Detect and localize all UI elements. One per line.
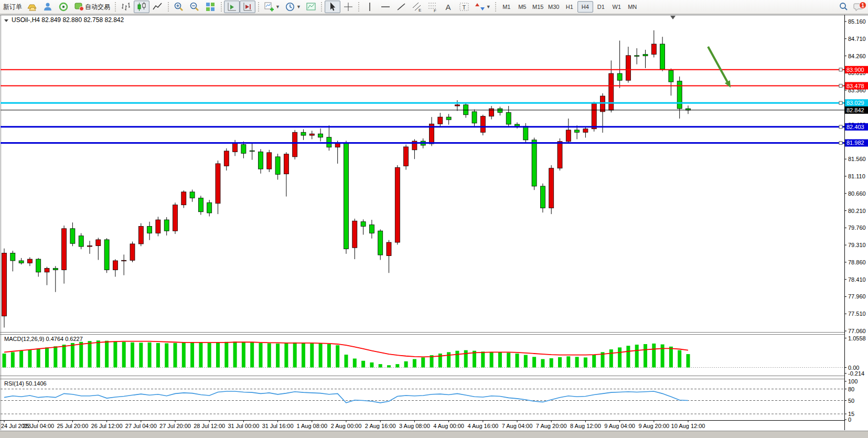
autotrade-button[interactable]: 自动交易 bbox=[71, 1, 112, 13]
time-tick-label: 8 Aug 12:00 bbox=[570, 423, 601, 429]
auto-scroll-button[interactable] bbox=[224, 1, 240, 13]
svg-text:T: T bbox=[462, 4, 466, 10]
macd-bar bbox=[105, 341, 109, 368]
time-tick-label: 27 Jul 04:00 bbox=[125, 423, 157, 429]
rsi-axis-label: 100 bbox=[848, 378, 858, 384]
chart-shift-icon bbox=[242, 1, 253, 13]
macd-bar bbox=[327, 344, 331, 368]
macd-bar bbox=[113, 341, 117, 368]
text-button[interactable]: A bbox=[441, 1, 456, 13]
period-icon bbox=[284, 1, 296, 13]
timeframe-mn[interactable]: MN bbox=[625, 1, 640, 13]
candle-body bbox=[609, 73, 614, 110]
timeframe-h1[interactable]: H1 bbox=[562, 1, 577, 13]
cursor-button[interactable] bbox=[325, 1, 340, 13]
time-tick-label: 7 Aug 20:00 bbox=[536, 423, 567, 429]
template-button[interactable] bbox=[303, 1, 319, 13]
window-bottom-strip bbox=[0, 431, 868, 438]
candle-body bbox=[395, 167, 400, 242]
rsi-axis-label: 50 bbox=[848, 398, 854, 404]
tile-windows-icon bbox=[205, 1, 216, 13]
candlestick-chart-button[interactable] bbox=[134, 1, 149, 13]
new-order-button[interactable]: 新订单 bbox=[1, 1, 24, 13]
line-handle[interactable] bbox=[839, 68, 842, 71]
candle-body bbox=[10, 253, 15, 261]
time-tick-label: 9 Aug 04:00 bbox=[604, 423, 635, 429]
candle-body bbox=[284, 154, 288, 174]
candle-body bbox=[309, 134, 314, 135]
macd-bar bbox=[345, 355, 348, 367]
line-handle[interactable] bbox=[839, 84, 842, 88]
timeframe-m15[interactable]: M15 bbox=[530, 1, 546, 13]
crosshair-button[interactable] bbox=[340, 1, 356, 13]
macd-bar bbox=[592, 355, 596, 368]
notifications-button[interactable]: 1 bbox=[851, 1, 867, 13]
candle-body bbox=[259, 152, 263, 169]
channel-button[interactable]: E bbox=[409, 1, 425, 13]
trendline-icon bbox=[395, 1, 407, 13]
macd-bar bbox=[661, 345, 665, 368]
candle-body bbox=[404, 147, 409, 166]
trendline-button[interactable] bbox=[393, 1, 409, 13]
candle-body bbox=[190, 192, 195, 198]
line-handle[interactable] bbox=[839, 101, 842, 104]
candle-body bbox=[575, 130, 580, 132]
timeframe-m5[interactable]: M5 bbox=[515, 1, 530, 13]
community-button[interactable] bbox=[40, 1, 56, 13]
chart-shift-button[interactable] bbox=[240, 1, 255, 13]
time-tick-label: 3 Aug 08:00 bbox=[399, 423, 430, 429]
macd-bar bbox=[28, 350, 31, 368]
vertical-line-button[interactable] bbox=[362, 1, 378, 13]
signal-button[interactable] bbox=[56, 1, 71, 13]
search-button[interactable] bbox=[835, 1, 851, 13]
main-toolbar: 新订单 自动交易 ▼ ▼ E F A T ▼ M1M5M15M30H1H4D1W… bbox=[0, 0, 868, 14]
macd-bar bbox=[353, 359, 357, 368]
zoom-out-button[interactable] bbox=[187, 1, 202, 13]
candle-body bbox=[122, 260, 126, 261]
crosshair-icon bbox=[342, 1, 354, 13]
time-tick-label: 26 Jul 12:00 bbox=[91, 423, 123, 429]
arrow-shapes-button[interactable]: ▼ bbox=[472, 1, 493, 13]
chart-window[interactable]: 85.16084.71084.26083.81083.36082.91082.4… bbox=[0, 15, 868, 438]
timeframe-d1[interactable]: D1 bbox=[593, 1, 609, 13]
timeframe-m30[interactable]: M30 bbox=[546, 1, 562, 13]
macd-bar bbox=[532, 357, 536, 367]
tile-windows-button[interactable] bbox=[202, 1, 218, 13]
price-chart[interactable]: 85.16084.71084.26083.81083.36082.91082.4… bbox=[0, 15, 868, 438]
price-line-tag-label: 82.403 bbox=[846, 124, 864, 130]
zoom-in-button[interactable] bbox=[171, 1, 187, 13]
timeframe-m1[interactable]: M1 bbox=[499, 1, 515, 13]
line-handle[interactable] bbox=[839, 125, 842, 129]
macd-bar bbox=[455, 351, 459, 368]
add-indicator-button[interactable]: ▼ bbox=[261, 1, 282, 13]
channel-icon: E bbox=[411, 1, 423, 13]
candle-body bbox=[62, 229, 67, 270]
macd-bar bbox=[233, 341, 237, 367]
timeframe-group: M1M5M15M30H1H4D1W1MN bbox=[499, 1, 640, 13]
text-label-button[interactable]: T bbox=[456, 1, 472, 13]
time-tick-label: 31 Jul 16:00 bbox=[262, 423, 294, 429]
candle-body bbox=[27, 259, 32, 263]
svg-text:A: A bbox=[445, 3, 451, 12]
line-handle[interactable] bbox=[839, 141, 842, 144]
candle-body bbox=[216, 164, 220, 204]
period-dropdown-button[interactable]: ▼ bbox=[282, 1, 303, 13]
candle-body bbox=[369, 225, 374, 233]
macd-bar bbox=[379, 364, 382, 367]
macd-bar bbox=[208, 343, 211, 368]
candle-body bbox=[2, 253, 7, 316]
timeframe-h4[interactable]: H4 bbox=[577, 1, 593, 13]
candle-body bbox=[164, 220, 169, 231]
bar-chart-button[interactable] bbox=[118, 1, 134, 13]
macd-bar bbox=[524, 355, 528, 368]
macd-bar bbox=[216, 343, 220, 368]
candle-body bbox=[387, 242, 391, 255]
gold-button[interactable] bbox=[24, 1, 40, 13]
timeframe-w1[interactable]: W1 bbox=[609, 1, 625, 13]
price-tick-label: 77.060 bbox=[848, 328, 866, 334]
autotrade-icon bbox=[73, 1, 85, 13]
line-chart-button[interactable] bbox=[149, 1, 165, 13]
fibonacci-button[interactable]: F bbox=[425, 1, 441, 13]
macd-bar bbox=[97, 340, 100, 367]
horizontal-line-button[interactable] bbox=[378, 1, 393, 13]
